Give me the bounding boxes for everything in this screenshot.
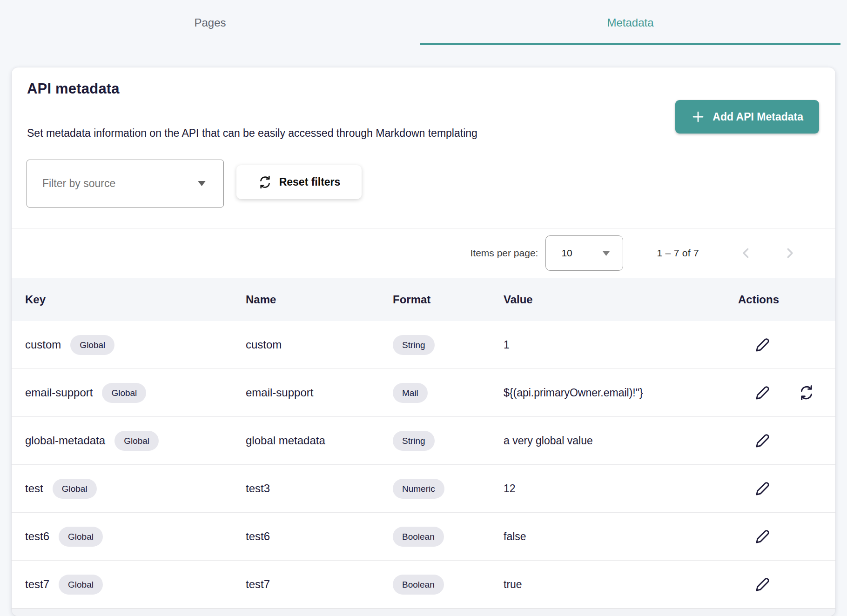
caret-down-icon: [198, 181, 206, 186]
row-name: custom: [246, 338, 393, 351]
add-api-metadata-label: Add API Metadata: [713, 111, 803, 123]
row-value: a very global value: [504, 435, 738, 447]
reset-metadata-button[interactable]: [798, 384, 815, 401]
page-description: Set metadata information on the API that…: [27, 127, 477, 140]
items-per-page-label: Items per page:: [471, 248, 538, 259]
page-range-label: 1 – 7 of 7: [657, 248, 699, 259]
tab-metadata[interactable]: Metadata: [420, 0, 840, 45]
chevron-left-icon: [739, 246, 753, 260]
pencil-icon: [753, 383, 772, 402]
column-header-actions: Actions: [738, 293, 835, 306]
row-value: ${(api.primaryOwner.email)!"}: [504, 387, 738, 399]
sync-icon: [798, 384, 815, 401]
table-row: email-support Global email-support Mail …: [12, 369, 835, 417]
global-badge: Global: [59, 575, 103, 595]
table-row: global-metadata Global global metadata S…: [12, 417, 835, 465]
edit-metadata-button[interactable]: [753, 431, 772, 450]
paginator: Items per page: 10 1 – 7 of 7: [12, 228, 835, 278]
page-title: API metadata: [27, 80, 120, 97]
row-key: test: [25, 482, 43, 495]
format-badge: Boolean: [393, 527, 444, 547]
pencil-icon: [753, 479, 772, 498]
row-name: test6: [246, 530, 393, 543]
edit-metadata-button[interactable]: [753, 383, 772, 402]
edit-metadata-button[interactable]: [753, 335, 772, 354]
row-key: global-metadata: [25, 434, 105, 447]
global-badge: Global: [59, 527, 103, 547]
row-value: true: [504, 578, 738, 591]
sync-icon: [258, 175, 272, 189]
edit-metadata-button[interactable]: [753, 479, 772, 498]
global-badge: Global: [53, 479, 97, 499]
format-badge: String: [393, 431, 435, 451]
tab-pages[interactable]: Pages: [0, 0, 420, 45]
chevron-right-icon: [783, 246, 797, 260]
row-value: 1: [504, 339, 738, 351]
reset-filters-button[interactable]: Reset filters: [236, 165, 362, 199]
table-row: test Global test3 Numeric 12: [12, 465, 835, 513]
global-badge: Global: [114, 431, 159, 451]
table-footer-strip: [12, 609, 835, 616]
row-value: false: [504, 530, 738, 543]
filter-by-source-placeholder: Filter by source: [42, 177, 115, 190]
pencil-icon: [753, 431, 772, 450]
tab-pages-label: Pages: [194, 16, 226, 29]
column-header-key: Key: [25, 293, 246, 306]
next-page-button[interactable]: [783, 246, 797, 260]
row-key: custom: [25, 338, 61, 351]
add-api-metadata-button[interactable]: Add API Metadata: [675, 100, 819, 134]
filter-by-source-select[interactable]: Filter by source: [27, 160, 224, 208]
column-header-format: Format: [393, 293, 504, 306]
edit-metadata-button[interactable]: [753, 527, 772, 546]
global-badge: Global: [70, 335, 114, 355]
format-badge: Numeric: [393, 479, 444, 499]
row-key: test6: [25, 530, 49, 543]
row-value: 12: [504, 482, 738, 495]
table-row: custom Global custom String 1: [12, 321, 835, 369]
format-badge: String: [393, 335, 435, 355]
pencil-icon: [753, 575, 772, 594]
row-key: email-support: [25, 386, 93, 399]
global-badge: Global: [102, 383, 146, 403]
table-row: test7 Global test7 Boolean true: [12, 561, 835, 609]
row-name: test7: [246, 578, 393, 591]
row-key: test7: [25, 578, 49, 591]
table-header: Key Name Format Value Actions: [12, 278, 835, 321]
row-name: email-support: [246, 386, 393, 399]
pencil-icon: [753, 335, 772, 354]
format-badge: Mail: [393, 383, 428, 403]
previous-page-button[interactable]: [739, 246, 753, 260]
caret-down-icon: [602, 251, 610, 256]
column-header-name: Name: [246, 293, 393, 306]
api-metadata-panel: API metadata Set metadata information on…: [12, 67, 835, 616]
row-name: test3: [246, 482, 393, 495]
items-per-page-select[interactable]: 10: [545, 235, 623, 271]
reset-filters-label: Reset filters: [279, 176, 341, 188]
table-row: test6 Global test6 Boolean false: [12, 513, 835, 561]
table-body: custom Global custom String 1 email-supp…: [12, 321, 835, 609]
items-per-page-value: 10: [561, 248, 572, 259]
tab-metadata-label: Metadata: [607, 16, 653, 29]
edit-metadata-button[interactable]: [753, 575, 772, 594]
row-name: global metadata: [246, 434, 393, 447]
format-badge: Boolean: [393, 575, 444, 595]
plus-icon: [691, 110, 705, 124]
pencil-icon: [753, 527, 772, 546]
tab-bar: Pages Metadata: [0, 0, 840, 45]
column-header-value: Value: [504, 293, 738, 306]
